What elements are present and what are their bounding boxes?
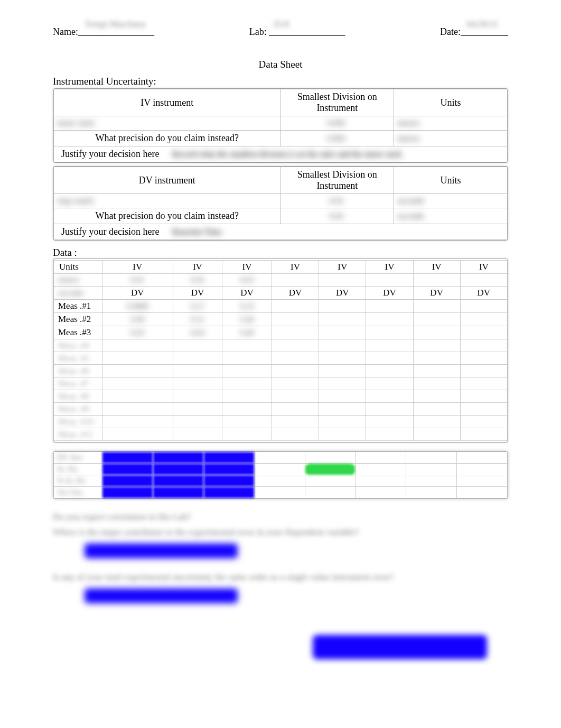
empty-cell xyxy=(272,377,319,390)
empty-cell xyxy=(222,428,272,441)
meas-cell xyxy=(319,326,366,339)
dv-header: DV xyxy=(366,287,413,300)
stats-cell xyxy=(356,464,406,475)
stats-cell xyxy=(305,464,356,475)
stats-cell xyxy=(102,475,153,487)
meas-row-label: Meas .#1 xyxy=(54,300,102,313)
stats-cell xyxy=(153,487,203,499)
meas-cell: 0.33 xyxy=(222,300,272,313)
stats-cell xyxy=(406,464,457,475)
meas-cell: 0.0880 xyxy=(102,300,173,313)
empty-cell xyxy=(222,416,272,428)
stats-cell xyxy=(406,475,457,487)
dv-r1c2: 0.01 xyxy=(280,194,394,208)
answer-bar-2 xyxy=(85,588,238,603)
empty-cell xyxy=(366,416,413,428)
empty-cell xyxy=(413,390,460,403)
stats-cell xyxy=(305,487,356,499)
iv-header: IV xyxy=(413,261,460,274)
empty-cell xyxy=(413,403,460,416)
stats-cell xyxy=(457,452,508,464)
empty-cell xyxy=(319,416,366,428)
meas-row-label: Meas .#2 xyxy=(54,313,102,326)
empty-cell xyxy=(173,365,222,377)
stats-cell xyxy=(153,452,203,464)
meas-cell xyxy=(272,313,319,326)
dv-header: DV xyxy=(102,287,173,300)
meas-cell xyxy=(413,326,460,339)
empty-cell xyxy=(102,365,173,377)
meas-row-label: Meas .#3 xyxy=(54,326,102,339)
empty-cell xyxy=(173,403,222,416)
iv-r2c1: What precision do you claim instead? xyxy=(54,131,281,146)
units-label: Units xyxy=(54,261,102,274)
dv-r2c2: 0.01 xyxy=(280,208,394,224)
stats-grid: DV AveSt. Dv.% St. DvTot Unc. xyxy=(53,451,508,499)
stats-cell xyxy=(305,452,356,464)
stats-cell xyxy=(153,475,203,487)
meas-cell xyxy=(366,300,413,313)
meas-cell: 0.04 xyxy=(173,326,222,339)
stats-label: St. Dv. xyxy=(54,464,102,475)
dv-justify: Justify your decision here Reaction Time xyxy=(54,224,508,240)
stats-cell xyxy=(203,487,254,499)
empty-cell xyxy=(173,390,222,403)
empty-cell xyxy=(222,390,272,403)
dv-header: DV xyxy=(173,287,222,300)
answer-bar-1 xyxy=(85,543,238,558)
iv-value xyxy=(413,274,460,287)
empty-cell xyxy=(366,377,413,390)
dv-instrument-table: DV instrument Smallest Division on Instr… xyxy=(53,166,508,241)
iv-h1: IV instrument xyxy=(54,89,281,116)
meas-row-label-faded: Meas .#6 xyxy=(54,365,102,377)
dv-header: DV xyxy=(413,287,460,300)
dv-r1c3: seconds xyxy=(394,194,508,208)
iv-value: 0.01 xyxy=(102,274,173,287)
empty-cell xyxy=(413,365,460,377)
q3: Is any of your total experimental uncert… xyxy=(53,570,508,585)
stats-cell xyxy=(203,464,254,475)
iv-value: 0.03 xyxy=(222,274,272,287)
meas-cell xyxy=(460,300,507,313)
page-title: Data Sheet xyxy=(53,59,508,70)
empty-cell xyxy=(173,339,222,352)
stats-cell xyxy=(102,487,153,499)
meas-cell xyxy=(366,313,413,326)
meas-row-label-faded: Meas .#8 xyxy=(54,390,102,403)
meas-cell xyxy=(319,313,366,326)
meas-row-label-faded: Meas .#9 xyxy=(54,403,102,416)
q1: Do you expect correlation in this Lab? xyxy=(53,510,508,525)
iv-r1c3: meters xyxy=(394,116,508,131)
iv-instrument-table: IV instrument Smallest Division on Instr… xyxy=(53,88,508,163)
iv-value xyxy=(319,274,366,287)
stats-cell xyxy=(254,487,305,499)
stats-cell xyxy=(457,464,508,475)
dv-header: DV xyxy=(272,287,319,300)
empty-cell xyxy=(102,428,173,441)
empty-cell xyxy=(222,339,272,352)
meas-cell: 0.40 xyxy=(222,326,272,339)
date-field: 04/28/21 Date:__________ xyxy=(440,26,508,38)
dv-h1: DV instrument xyxy=(54,167,281,194)
empty-cell xyxy=(319,403,366,416)
empty-cell xyxy=(222,352,272,365)
meas-cell xyxy=(319,300,366,313)
empty-cell xyxy=(460,377,507,390)
stats-cell xyxy=(356,475,406,487)
data-grid-wrap: UnitsIVIVIVIVIVIVIVIVmeters0.010.020.03s… xyxy=(53,259,508,443)
dv-r2c3: seconds xyxy=(394,208,508,224)
empty-cell xyxy=(413,416,460,428)
iv-r1c1: meter stick xyxy=(54,116,281,131)
empty-cell xyxy=(319,352,366,365)
empty-cell xyxy=(173,416,222,428)
empty-cell xyxy=(272,390,319,403)
header-row: Tempi Marchany Name:________________ 25/… xyxy=(53,26,508,38)
empty-cell xyxy=(102,390,173,403)
stats-cell xyxy=(102,464,153,475)
empty-cell xyxy=(102,403,173,416)
meas-cell: 0.27 xyxy=(173,300,222,313)
iv-r2c3: meters xyxy=(394,131,508,146)
empty-cell xyxy=(319,365,366,377)
excel-button[interactable] xyxy=(313,635,487,659)
empty-cell xyxy=(102,377,173,390)
